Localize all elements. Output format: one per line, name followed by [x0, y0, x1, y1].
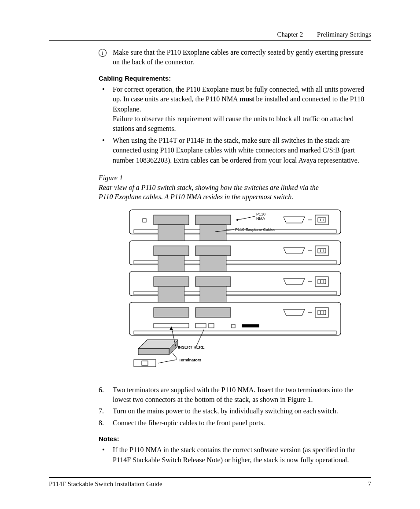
svg-rect-19: [318, 249, 326, 253]
svg-rect-26: [154, 277, 189, 286]
svg-rect-4: [195, 215, 231, 225]
svg-rect-41: [318, 310, 326, 315]
svg-rect-38: [195, 308, 231, 317]
svg-rect-12: [200, 225, 226, 241]
figure-caption-text: Rear view of a P110 switch stack, showin…: [99, 183, 328, 202]
svg-rect-15: [154, 246, 189, 256]
svg-rect-16: [195, 246, 231, 256]
list-item: 7.Turn on the mains power to the stack, …: [99, 406, 371, 416]
svg-marker-51: [138, 349, 169, 355]
footer-page-number: 7: [368, 480, 372, 488]
info-note-row: i Make sure that the P110 Exoplane cable…: [99, 48, 371, 67]
svg-rect-22: [158, 256, 184, 272]
figure-label: Figure 1: [99, 174, 123, 182]
svg-rect-8: [318, 218, 326, 222]
svg-rect-48: [242, 324, 259, 327]
svg-rect-34: [200, 286, 226, 303]
step-text: Connect the fiber-optic cables to the fr…: [113, 419, 265, 427]
svg-rect-23: [200, 256, 226, 272]
figure-diagram: P110 NMA P110 Exoplane Cables INSERT HER…: [125, 205, 345, 375]
cabling-bullet-list: For correct operation, the P110 Exoplane…: [99, 85, 371, 165]
figure-label-nma-line1: P110: [256, 212, 265, 216]
figure-label-cables: P110 Exoplane Cables: [235, 227, 276, 232]
page-footer: P114F Stackable Switch Installation Guid…: [49, 477, 371, 488]
list-item: 8.Connect the fiber-optic cables to the …: [99, 418, 371, 428]
info-note-text: Make sure that the P110 Exoplane cables …: [113, 48, 371, 67]
step-text: Two terminators are supplied with the P1…: [113, 386, 353, 403]
svg-rect-36: [134, 331, 336, 334]
list-item: When using the P114T or P114F in the sta…: [99, 136, 371, 165]
figure-label-insert: INSERT HERE: [178, 345, 205, 349]
svg-rect-27: [195, 277, 231, 286]
step-number: 8.: [99, 418, 104, 428]
svg-rect-46: [209, 323, 214, 328]
numbered-steps: 6.Two terminators are supplied with the …: [99, 385, 371, 428]
svg-rect-11: [158, 225, 184, 241]
svg-rect-37: [154, 308, 189, 317]
info-icon: i: [99, 49, 107, 57]
figure-label-nma-line2: NMA: [256, 216, 265, 221]
step-number: 7.: [99, 406, 104, 416]
list-item: For correct operation, the P110 Exoplane…: [99, 85, 371, 134]
page-header: Chapter 2 Preliminary Settings: [49, 31, 371, 41]
step-number: 6.: [99, 385, 104, 395]
notes-heading: Notes:: [99, 435, 371, 442]
svg-rect-3: [154, 215, 189, 225]
svg-line-59: [158, 360, 177, 363]
svg-rect-53: [142, 361, 148, 365]
list-item: If the P110 NMA in the stack contains th…: [99, 445, 371, 465]
step-text: Turn on the mains power to the stack, by…: [113, 407, 338, 415]
note-text: If the P110 NMA in the stack contains th…: [113, 446, 356, 463]
footer-doc-title: P114F Stackable Switch Installation Guid…: [49, 480, 162, 488]
figure-label-terminators: Terminators: [179, 358, 201, 362]
notes-bullet-list: If the P110 NMA in the stack contains th…: [99, 445, 371, 465]
cabling-requirements-heading: Cabling Requirements:: [99, 74, 371, 82]
page-content: i Make sure that the P110 Exoplane cable…: [99, 48, 371, 465]
svg-rect-35: [129, 302, 341, 335]
bullet-text: When using the P114T or P114F in the sta…: [113, 137, 359, 164]
figure-caption: Figure 1Rear view of a P110 switch stack…: [99, 173, 371, 202]
svg-line-60: [173, 353, 177, 359]
svg-rect-30: [318, 279, 326, 284]
svg-rect-33: [158, 286, 184, 303]
svg-rect-45: [195, 323, 206, 328]
header-title: Preliminary Settings: [317, 31, 371, 38]
list-item: 6.Two terminators are supplied with the …: [99, 385, 371, 405]
header-chapter: Chapter 2: [277, 31, 303, 38]
bullet-bold: must: [239, 95, 254, 103]
